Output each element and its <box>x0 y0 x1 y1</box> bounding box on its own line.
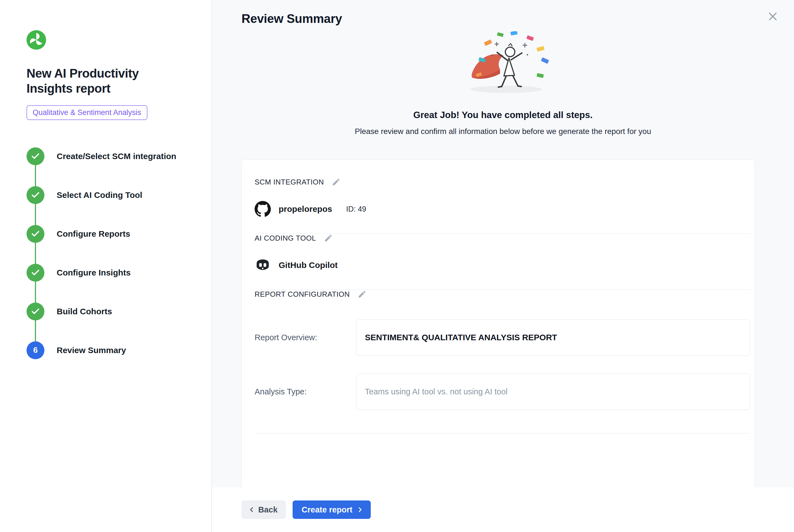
report-title: New AI Productivity Insights report <box>26 66 174 96</box>
edit-ai-tool-icon[interactable] <box>324 234 333 243</box>
report-configuration-section: REPORT CONFIGURATION Report Overview: SE… <box>254 290 750 434</box>
chevron-right-icon <box>356 506 364 514</box>
report-overview-row: Report Overview: SENTIMENT& QUALITATIVE … <box>254 319 750 356</box>
report-config-section-label: REPORT CONFIGURATION <box>254 290 350 299</box>
completion-subheading: Please review and confirm all informatio… <box>212 127 794 136</box>
analysis-type-value: Teams using AI tool vs. not using AI too… <box>356 374 750 410</box>
step-done-check-icon <box>26 303 44 320</box>
report-overview-value: SENTIMENT& QUALITATIVE ANALYSIS REPORT <box>356 319 750 356</box>
edit-report-config-icon[interactable] <box>358 290 366 299</box>
step-select-ai-coding-tool[interactable]: Select AI Coding Tool <box>26 175 200 214</box>
scm-integration-section: SCM INTEGRATION propelorepos ID: 49 <box>254 177 750 234</box>
app-window: New AI Productivity Insights report Qual… <box>0 0 794 532</box>
back-button-label: Back <box>258 505 278 514</box>
section-header: SCM INTEGRATION <box>254 177 750 187</box>
step-configure-insights[interactable]: Configure Insights <box>26 253 200 292</box>
step-number-badge: 6 <box>26 341 44 359</box>
github-icon <box>254 201 271 217</box>
wizard-footer: Back Create report <box>212 487 794 532</box>
review-summary-panel: Review Summary <box>212 0 794 532</box>
scm-integration-row: propelorepos ID: 49 <box>254 201 750 217</box>
propelo-logo-icon <box>26 30 200 51</box>
step-label: Build Cohorts <box>57 307 112 316</box>
back-button[interactable]: Back <box>242 500 286 519</box>
step-number: 6 <box>33 345 38 355</box>
section-divider <box>254 433 750 434</box>
celebration-illustration <box>212 31 794 97</box>
section-header: REPORT CONFIGURATION <box>254 290 750 299</box>
completion-hero: Great Job! You have completed all steps.… <box>212 31 794 136</box>
page-title: Review Summary <box>242 12 755 26</box>
create-report-label: Create report <box>302 505 352 514</box>
step-label: Configure Insights <box>57 268 131 278</box>
chevron-left-icon <box>248 506 256 514</box>
edit-scm-icon[interactable] <box>332 177 341 187</box>
ai-tool-name: GitHub Copilot <box>279 261 338 270</box>
create-report-button[interactable]: Create report <box>292 500 371 519</box>
step-create-select-scm-integration[interactable]: Create/Select SCM integration <box>26 137 200 175</box>
step-build-cohorts[interactable]: Build Cohorts <box>26 292 200 331</box>
section-header: AI CODING TOOL <box>254 234 750 243</box>
ai-tool-row: GitHub Copilot <box>254 257 750 273</box>
step-review-summary[interactable]: 6 Review Summary <box>26 331 200 369</box>
step-done-check-icon <box>26 186 44 204</box>
step-done-check-icon <box>26 225 44 243</box>
report-type-badge: Qualitative & Sentiment Analysis <box>26 105 147 120</box>
github-copilot-icon <box>254 257 271 273</box>
analysis-type-label: Analysis Type: <box>254 387 356 396</box>
step-label: Review Summary <box>57 345 126 355</box>
scm-integration-id: ID: 49 <box>346 205 366 213</box>
summary-card: SCM INTEGRATION propelorepos ID: 49 <box>242 159 755 532</box>
close-icon[interactable] <box>767 11 779 23</box>
wizard-stepper: Create/Select SCM integration Select AI … <box>26 137 200 369</box>
step-done-check-icon <box>26 147 44 165</box>
wizard-sidebar: New AI Productivity Insights report Qual… <box>0 0 212 532</box>
ai-coding-tool-section: AI CODING TOOL GitHub Copilot <box>254 234 750 290</box>
step-configure-reports[interactable]: Configure Reports <box>26 214 200 253</box>
panel-header: Review Summary <box>212 0 794 26</box>
step-label: Configure Reports <box>57 229 130 239</box>
completion-heading: Great Job! You have completed all steps. <box>212 110 794 120</box>
step-label: Select AI Coding Tool <box>57 190 143 200</box>
report-overview-label: Report Overview: <box>254 333 356 342</box>
step-label: Create/Select SCM integration <box>57 152 176 161</box>
scm-integration-name: propelorepos <box>279 204 332 214</box>
analysis-type-row: Analysis Type: Teams using AI tool vs. n… <box>254 374 750 410</box>
scm-section-label: SCM INTEGRATION <box>254 178 324 187</box>
step-done-check-icon <box>26 264 44 282</box>
ai-tool-section-label: AI CODING TOOL <box>254 234 316 243</box>
